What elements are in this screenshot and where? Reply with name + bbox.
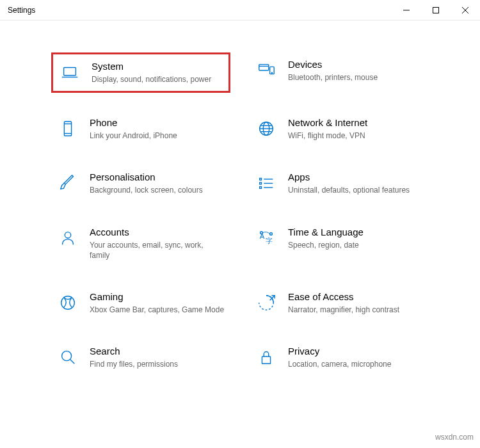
category-desc: Background, lock screen, colours xyxy=(90,185,225,195)
category-ease-of-access[interactable]: Ease of Access Narrator, magnifier, high… xyxy=(250,285,429,321)
category-desc: Your accounts, email, sync, work, family xyxy=(90,240,225,260)
category-apps[interactable]: Apps Uninstall, defaults, optional featu… xyxy=(250,165,429,202)
svg-rect-4 xyxy=(64,68,76,76)
minimize-button[interactable] xyxy=(392,0,421,20)
category-title: Privacy xyxy=(288,346,424,356)
category-desc: Uninstall, defaults, optional features xyxy=(288,185,424,195)
watermark-text: wsxdn.com xyxy=(435,433,474,442)
svg-point-31 xyxy=(62,351,72,361)
category-title: Personalisation xyxy=(90,172,225,182)
settings-content: System Display, sound, notifications, po… xyxy=(0,20,480,395)
globe-icon xyxy=(255,117,278,140)
search-icon xyxy=(56,346,79,369)
category-desc: Speech, region, date xyxy=(288,240,424,250)
category-personalisation[interactable]: Personalisation Background, lock screen,… xyxy=(51,165,230,202)
category-title: Apps xyxy=(288,172,424,182)
category-title: Time & Language xyxy=(288,227,424,237)
svg-rect-18 xyxy=(260,179,262,180)
category-desc: Display, sound, notifications, power xyxy=(92,74,223,84)
laptop-icon xyxy=(58,61,81,84)
category-title: Gaming xyxy=(90,291,225,302)
category-gaming[interactable]: Gaming Xbox Game Bar, captures, Game Mod… xyxy=(51,285,230,321)
category-title: Search xyxy=(90,346,225,356)
xbox-icon xyxy=(56,291,79,314)
window-title: Settings xyxy=(8,6,35,15)
category-title: Phone xyxy=(90,117,225,128)
category-desc: WiFi, flight mode, VPN xyxy=(288,131,424,141)
svg-rect-6 xyxy=(259,65,269,70)
category-grid: System Display, sound, notifications, po… xyxy=(51,52,429,376)
category-network[interactable]: Network & Internet WiFi, flight mode, VP… xyxy=(250,111,429,147)
category-desc: Find my files, permissions xyxy=(90,359,225,369)
category-accounts[interactable]: Accounts Your accounts, email, sync, wor… xyxy=(51,220,230,267)
lock-icon xyxy=(255,346,278,369)
language-icon: A字 xyxy=(255,227,278,250)
accessibility-icon xyxy=(255,291,278,314)
close-button[interactable] xyxy=(451,0,480,20)
category-phone[interactable]: Phone Link your Android, iPhone xyxy=(51,111,230,147)
category-privacy[interactable]: Privacy Location, camera, microphone xyxy=(250,339,429,376)
svg-rect-33 xyxy=(262,356,270,364)
category-title: Devices xyxy=(288,59,424,70)
paintbrush-icon xyxy=(56,172,79,195)
maximize-button[interactable] xyxy=(421,0,451,20)
titlebar: Settings xyxy=(0,0,480,20)
svg-rect-1 xyxy=(433,7,439,13)
devices-icon xyxy=(255,59,278,82)
category-desc: Xbox Game Bar, captures, Game Mode xyxy=(90,305,225,315)
person-icon xyxy=(56,227,79,250)
category-desc: Bluetooth, printers, mouse xyxy=(288,72,424,83)
svg-point-8 xyxy=(271,72,272,73)
category-desc: Narrator, magnifier, high contrast xyxy=(288,305,424,315)
list-icon xyxy=(255,172,278,195)
category-title: Ease of Access xyxy=(288,291,424,302)
svg-text:字: 字 xyxy=(266,237,273,244)
titlebar-controls xyxy=(392,0,480,20)
category-system[interactable]: System Display, sound, notifications, po… xyxy=(51,52,230,93)
category-devices[interactable]: Devices Bluetooth, printers, mouse xyxy=(250,52,429,93)
category-title: Accounts xyxy=(90,227,225,237)
svg-point-28 xyxy=(270,232,273,235)
category-desc: Link your Android, iPhone xyxy=(90,131,225,141)
category-title: System xyxy=(92,61,223,72)
svg-line-32 xyxy=(70,360,75,364)
svg-rect-22 xyxy=(260,187,262,189)
category-time-language[interactable]: A字 Time & Language Speech, region, date xyxy=(250,220,429,267)
category-title: Network & Internet xyxy=(288,117,424,128)
svg-rect-20 xyxy=(260,182,262,184)
category-search[interactable]: Search Find my files, permissions xyxy=(51,339,230,376)
category-desc: Location, camera, microphone xyxy=(288,359,424,369)
phone-icon xyxy=(56,117,79,140)
svg-point-24 xyxy=(65,232,70,237)
svg-point-29 xyxy=(61,296,75,310)
